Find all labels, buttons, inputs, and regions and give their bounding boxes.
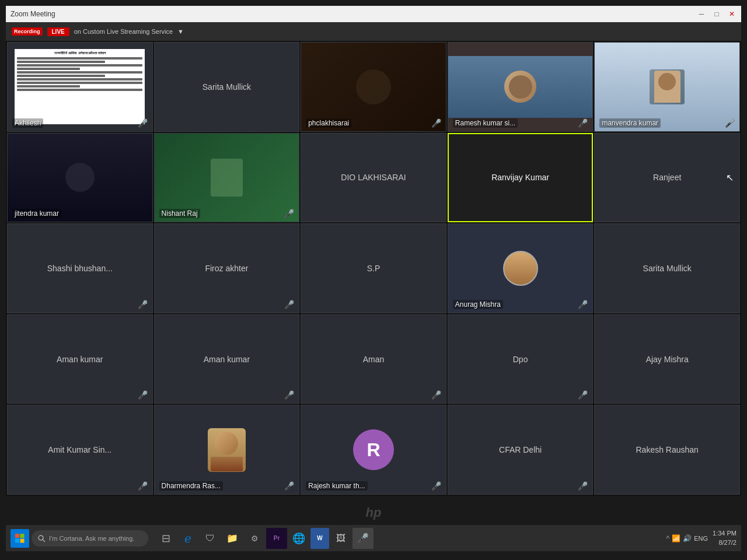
participant-firoz[interactable]: Firoz akhter 🎤	[154, 223, 300, 313]
name-live-streaming-center: Aman kumar	[204, 355, 250, 364]
hp-logo: hp	[366, 505, 382, 520]
participant-shashi[interactable]: Shashi bhushan... 🎤	[7, 223, 153, 313]
participant-ramesh[interactable]: Ramesh kumar si... 🎤	[448, 42, 594, 132]
name-aman-center: Aman	[363, 355, 385, 364]
participant-rakesh[interactable]: Rakesh Raushan	[594, 405, 740, 495]
start-button[interactable]	[11, 529, 29, 548]
participant-akhilesh[interactable]: राज्यनीति में आर्थिक अनेकता अवैधता वर्तम…	[7, 42, 153, 132]
clock[interactable]: 1:34 PM 8/27/2	[713, 529, 736, 547]
name-sarita2-center: Sarita Mullick	[643, 264, 692, 273]
participant-dio[interactable]: DIO LAKHISARAI	[301, 133, 446, 223]
mute-icon-shashi: 🎤	[138, 300, 148, 309]
mute-icon-cfar: 🎤	[578, 481, 588, 491]
tray-chevron[interactable]: ^	[666, 534, 670, 542]
mute-icon-live-streaming: 🎤	[284, 390, 294, 400]
word-icon[interactable]: W	[310, 528, 329, 549]
name-jitendra: jitendra kumar	[12, 209, 61, 218]
volume-icon: 🔊	[683, 534, 692, 542]
mute-icon-aman-kumar: 🎤	[138, 390, 148, 400]
svg-rect-1	[20, 534, 25, 538]
svg-rect-0	[15, 534, 19, 538]
participant-aman[interactable]: Aman 🎤	[301, 314, 446, 404]
toolbar: Recording LIVE on Custom Live Streaming …	[6, 22, 741, 41]
participant-nishant[interactable]: Nishant Raj 🎤	[154, 133, 300, 223]
mute-icon-ramesh: 🎤	[578, 118, 588, 128]
video-grid: राज्यनीति में आर्थिक अनेकता अवैधता वर्तम…	[6, 41, 741, 496]
maximize-button[interactable]: □	[712, 9, 721, 19]
system-tray: ^ 📶 🔊 ENG	[666, 534, 708, 542]
name-ajay-center: Ajay Mishra	[646, 355, 689, 364]
participant-sarita2[interactable]: Sarita Mullick	[594, 223, 740, 313]
name-phclakhisarai: phclakhisarai	[306, 118, 351, 128]
close-button[interactable]: ✕	[727, 9, 736, 19]
recording-badge: Recording	[12, 27, 43, 36]
name-dio-center: DIO LAKHISARAI	[341, 173, 406, 182]
store-icon[interactable]: 🛡	[200, 528, 221, 549]
explorer-icon[interactable]: 📁	[222, 528, 243, 549]
chrome-icon[interactable]: 🌐	[288, 528, 309, 549]
minimize-button[interactable]: ─	[697, 9, 706, 19]
mouse-cursor: ↖	[726, 172, 734, 183]
streaming-dropdown[interactable]: ▼	[177, 28, 184, 35]
screen: Zoom Meeting ─ □ ✕ Recording LIVE on Cus…	[6, 6, 741, 496]
participant-rajesh[interactable]: R Rajesh kumar th... 🎤	[301, 405, 446, 495]
participant-sp[interactable]: S.P	[301, 223, 446, 313]
name-ranvijay-center: Ranvijay Kumar	[491, 173, 549, 182]
edge-icon[interactable]: ℯ	[177, 528, 198, 549]
mute-icon-firoz: 🎤	[284, 300, 294, 309]
participant-amit[interactable]: Amit Kumar Sin... 🎤	[7, 405, 153, 495]
task-view-button[interactable]: ⊟	[155, 528, 176, 549]
wifi-icon: 📶	[672, 534, 680, 542]
participant-cfar[interactable]: CFAR Delhi 🎤	[448, 405, 594, 495]
mute-icon-manvendra: 🎤	[725, 118, 735, 128]
cortana-search[interactable]: I'm Cortana. Ask me anything.	[32, 530, 148, 547]
name-dharmendra: Dharmendra Ras...	[159, 481, 223, 491]
cortana-placeholder: I'm Cortana. Ask me anything.	[49, 535, 134, 542]
participant-aman-kumar[interactable]: Aman kumar 🎤	[7, 314, 153, 404]
mute-icon-aman: 🎤	[431, 390, 441, 400]
mute-icon-amit: 🎤	[138, 481, 148, 491]
window-title: Zoom Meeting	[11, 10, 55, 18]
name-nishant: Nishant Raj	[159, 209, 200, 218]
participant-live-streaming[interactable]: Aman kumar 🎤	[154, 314, 300, 404]
windows-logo-icon	[15, 534, 25, 543]
name-rakesh-center: Rakesh Raushan	[636, 445, 698, 454]
participant-phclakhisarai[interactable]: phclakhisarai 🎤	[301, 42, 446, 132]
photos-icon[interactable]: 🖼	[330, 528, 351, 549]
participant-dharmendra[interactable]: Dharmendra Ras... 🎤	[154, 405, 300, 495]
settings-icon[interactable]: ⚙	[244, 528, 265, 549]
svg-rect-3	[20, 538, 25, 542]
name-amit-center: Amit Kumar Sin...	[48, 445, 111, 454]
participant-ranjeet[interactable]: Ranjeet ↖	[594, 133, 740, 223]
participant-dpo[interactable]: Dpo 🎤	[448, 314, 594, 404]
name-akhilesh: Akhilesh	[12, 118, 43, 128]
title-bar-controls[interactable]: ─ □ ✕	[697, 9, 736, 19]
dropdown-arrow[interactable]: ▼	[177, 28, 184, 35]
participant-sarita1[interactable]: Sarita Mullick	[154, 42, 300, 132]
participant-jitendra[interactable]: jitendra kumar	[7, 133, 153, 223]
name-rajesh: Rajesh kumar th...	[306, 481, 367, 491]
akhilesh-document: राज्यनीति में आर्थिक अनेकता अवैधता वर्तम…	[15, 49, 145, 124]
clock-time: 1:34 PM	[713, 529, 736, 538]
mute-icon-nishant: 🎤	[284, 209, 294, 218]
title-bar-left: Zoom Meeting	[11, 10, 55, 18]
mute-icon-rajesh: 🎤	[431, 481, 441, 491]
name-sarita1-center: Sarita Mullick	[203, 82, 251, 92]
name-sp-center: S.P	[367, 264, 381, 273]
language-label: ENG	[694, 535, 708, 542]
participant-anurag[interactable]: Anurag Mishra 🎤	[448, 223, 594, 313]
participant-manvendra[interactable]: manvendra kumar 🎤	[594, 42, 740, 132]
participant-ajay[interactable]: Ajay Mishra	[594, 314, 740, 404]
streaming-text: on Custom Live Streaming Service	[74, 28, 173, 35]
cortana-icon[interactable]: 🎤	[352, 528, 374, 549]
name-manvendra: manvendra kumar	[599, 118, 661, 128]
premiere-icon[interactable]: Pr	[266, 528, 287, 549]
clock-date: 8/27/2	[713, 538, 736, 547]
svg-line-5	[43, 540, 45, 542]
svg-rect-2	[15, 538, 19, 542]
live-badge: LIVE	[47, 27, 69, 36]
taskbar-icons: ⊟ ℯ 🛡 📁 ⚙ Pr 🌐 W 🖼 🎤	[155, 528, 374, 549]
mute-icon-akhilesh: 🎤	[138, 118, 148, 128]
name-aman-kumar-center: Aman kumar	[57, 355, 103, 364]
participant-ranvijay[interactable]: Ranvijay Kumar	[448, 133, 594, 223]
